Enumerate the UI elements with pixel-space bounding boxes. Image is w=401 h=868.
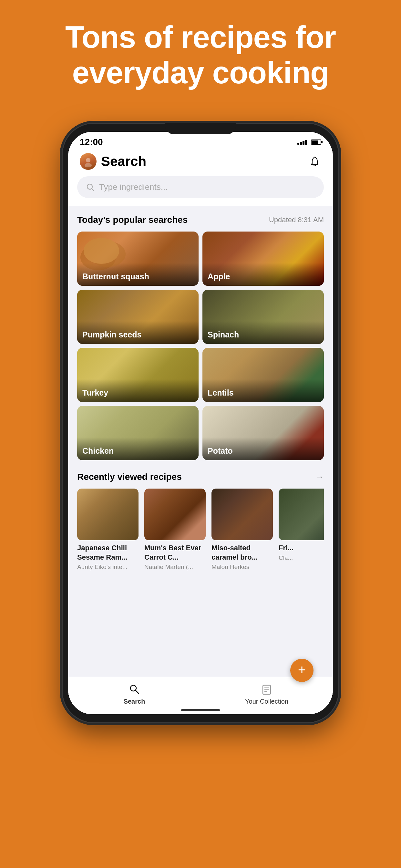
status-time: 12:00 <box>80 137 103 147</box>
recipe-card-butternut-squash[interactable]: Butternut squash <box>77 231 198 286</box>
recipe-card-turkey[interactable]: Turkey <box>77 348 198 402</box>
scroll-content: Today's popular searches Updated 8:31 AM… <box>68 206 333 714</box>
popular-section-title: Today's popular searches <box>77 215 188 225</box>
popular-section-updated: Updated 8:31 AM <box>269 216 324 224</box>
recipe-card-label: Lentils <box>203 379 324 402</box>
svg-point-1 <box>85 163 92 166</box>
recent-card-1[interactable]: Mum's Best Ever Carrot C... Natalie Mart… <box>144 489 206 570</box>
search-bar[interactable]: Type ingredients... <box>77 176 324 198</box>
battery-icon <box>311 140 321 145</box>
recipe-card-label: Butternut squash <box>77 263 198 286</box>
recent-card-title-1: Mum's Best Ever Carrot C... <box>144 544 206 562</box>
fab-plus-icon: + <box>298 663 306 677</box>
search-nav-icon <box>127 682 141 696</box>
recipe-card-apple[interactable]: Apple <box>203 231 324 286</box>
nav-label-search: Search <box>124 698 145 705</box>
svg-line-5 <box>135 690 138 693</box>
svg-point-0 <box>86 158 90 162</box>
recent-card-title-3: Fri... <box>279 544 324 553</box>
recipe-card-chicken[interactable]: Chicken <box>77 406 198 460</box>
recent-card-image-2 <box>212 489 273 540</box>
collection-nav-icon <box>260 682 274 696</box>
nav-left: Search <box>80 153 146 170</box>
recent-card-2[interactable]: Miso-salted caramel bro... Malou Herkes <box>212 489 273 570</box>
recently-section-title: Recently viewed recipes <box>77 472 182 482</box>
recent-card-author-1: Natalie Marten (... <box>144 563 206 570</box>
top-navigation: Search <box>68 150 333 176</box>
recent-card-author-2: Malou Herkes <box>212 563 273 570</box>
nav-label-collection: Your Collection <box>245 698 288 705</box>
recipe-card-label: Apple <box>203 263 324 286</box>
status-icons <box>297 140 321 145</box>
recent-card-image-0 <box>77 489 138 540</box>
recipe-card-label: Potato <box>203 437 324 460</box>
recently-section: Recently viewed recipes → Japanese Chili… <box>68 469 333 570</box>
phone-device: 12:00 <box>62 123 339 723</box>
recipe-card-spinach[interactable]: Spinach <box>203 290 324 344</box>
fab-add-button[interactable]: + <box>290 659 313 682</box>
recipe-card-label: Pumpkin seeds <box>77 321 198 344</box>
recipe-card-label: Chicken <box>77 437 198 460</box>
recently-arrow-icon[interactable]: → <box>315 472 324 482</box>
phone-screen: 12:00 <box>68 132 333 714</box>
search-bar-container: Type ingredients... <box>68 176 333 206</box>
recently-section-header: Recently viewed recipes → <box>77 472 324 482</box>
nav-item-collection[interactable]: Your Collection <box>201 682 333 705</box>
recipe-grid: Butternut squash Apple Pumpkin seeds Spi… <box>77 231 324 460</box>
bottom-navigation: Search Your Collection <box>68 677 333 714</box>
recipe-card-label: Turkey <box>77 379 198 402</box>
hero-heading: Tons of recipes for everyday cooking <box>19 20 382 91</box>
recipe-card-pumpkin-seeds[interactable]: Pumpkin seeds <box>77 290 198 344</box>
avatar[interactable] <box>80 153 96 170</box>
phone-notch <box>165 123 236 134</box>
search-input-placeholder: Type ingredients... <box>99 182 167 192</box>
page-title: Search <box>101 154 146 169</box>
bell-icon[interactable] <box>308 155 321 168</box>
recent-card-0[interactable]: Japanese Chili Sesame Ram... Aunty Eiko'… <box>77 489 138 570</box>
recent-card-3[interactable]: Fri... Cla... <box>279 489 324 570</box>
recent-card-image-3 <box>279 489 324 540</box>
status-bar: 12:00 <box>68 132 333 150</box>
recently-scroll-list: Japanese Chili Sesame Ram... Aunty Eiko'… <box>77 489 324 570</box>
recipe-card-lentils[interactable]: Lentils <box>203 348 324 402</box>
recent-card-author-0: Aunty Eiko's inte... <box>77 563 138 570</box>
recipe-card-potato[interactable]: Potato <box>203 406 324 460</box>
search-icon <box>86 183 95 191</box>
hero-line2: everyday cooking <box>72 55 329 90</box>
nav-item-search[interactable]: Search <box>68 682 201 705</box>
popular-section-header: Today's popular searches Updated 8:31 AM <box>77 215 324 225</box>
svg-line-3 <box>92 189 94 191</box>
signal-icon <box>297 140 307 145</box>
recent-card-image-1 <box>144 489 206 540</box>
hero-line1: Tons of recipes for <box>65 20 336 54</box>
recent-card-title-2: Miso-salted caramel bro... <box>212 544 273 562</box>
home-indicator <box>181 709 220 711</box>
recent-card-author-3: Cla... <box>279 554 324 562</box>
popular-section: Today's popular searches Updated 8:31 AM… <box>68 206 333 460</box>
recipe-card-label: Spinach <box>203 321 324 344</box>
recent-card-title-0: Japanese Chili Sesame Ram... <box>77 544 138 562</box>
